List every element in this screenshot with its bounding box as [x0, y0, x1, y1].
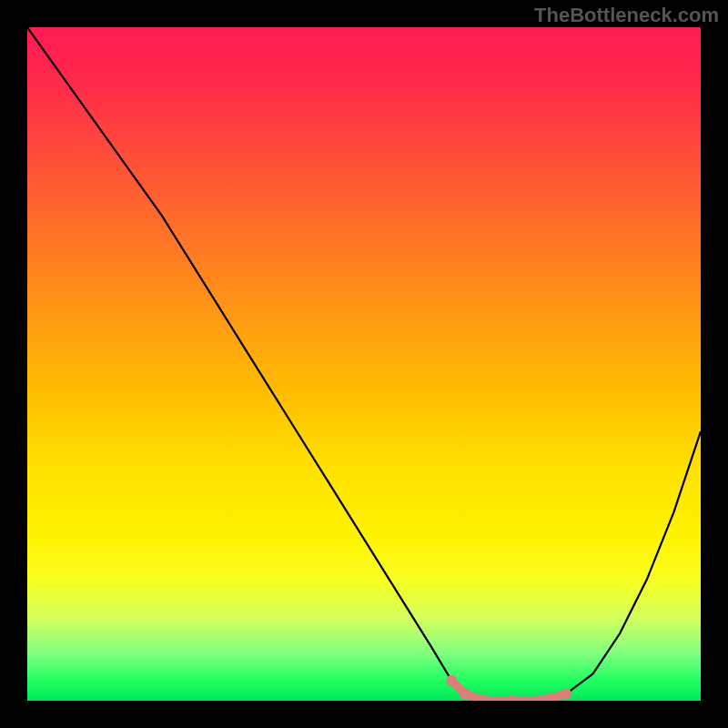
optimal-marker-dot [561, 689, 571, 700]
optimal-marker-group [446, 675, 571, 701]
chart-svg [27, 27, 701, 701]
chart-plot-area [27, 27, 701, 701]
bottleneck-curve-line [27, 27, 701, 701]
optimal-marker-dot [460, 689, 470, 700]
optimal-marker-dot [446, 675, 457, 686]
optimal-marker-dot [507, 695, 518, 701]
watermark-text: TheBottleneck.com [534, 4, 719, 27]
